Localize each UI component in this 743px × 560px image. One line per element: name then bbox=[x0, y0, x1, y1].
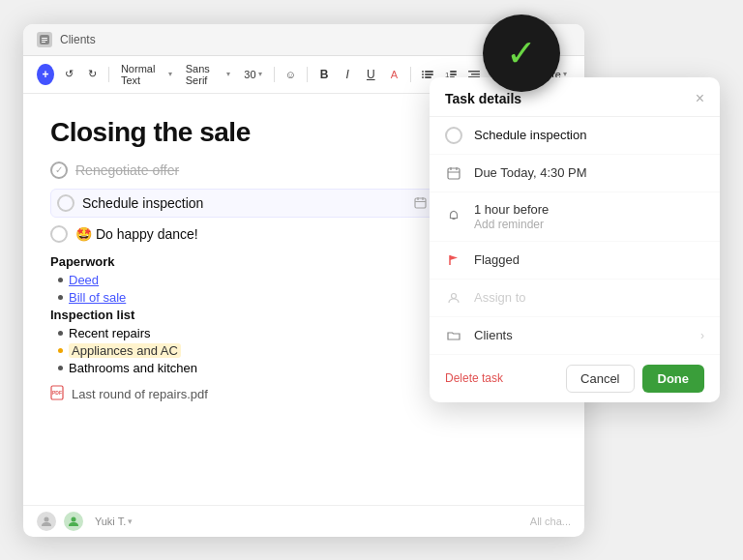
text-style-dropdown[interactable]: Normal Text ▾ bbox=[117, 61, 176, 88]
bullet-icon bbox=[58, 295, 63, 300]
svg-point-33 bbox=[45, 516, 49, 521]
calendar-icon[interactable] bbox=[410, 193, 430, 213]
undo-button[interactable]: ↺ bbox=[60, 64, 77, 85]
panel-flag-row: Flagged bbox=[430, 242, 720, 280]
bullet-icon bbox=[58, 366, 63, 370]
folder-icon bbox=[445, 327, 462, 344]
svg-rect-1 bbox=[42, 38, 47, 39]
toolbar-sep-2 bbox=[274, 67, 275, 82]
svg-marker-42 bbox=[450, 255, 458, 260]
emoji-button[interactable]: ☺ bbox=[282, 64, 299, 85]
toolbar-sep-1 bbox=[108, 67, 109, 82]
toolbar-sep-3 bbox=[307, 67, 308, 82]
avatar-2 bbox=[64, 512, 83, 531]
active-task-text: Schedule inspection bbox=[82, 195, 402, 211]
reminder-main: 1 hour before bbox=[474, 202, 549, 217]
pdf-icon: PDF bbox=[50, 385, 64, 403]
svg-point-34 bbox=[72, 516, 76, 521]
window-title: Clients bbox=[60, 33, 96, 46]
pdf-filename: Last round of repairs.pdf bbox=[72, 387, 208, 401]
calendar-icon bbox=[445, 164, 462, 182]
panel-due-row: Due Today, 4:30 PM bbox=[430, 155, 720, 192]
svg-rect-12 bbox=[450, 74, 457, 75]
reminder-sub[interactable]: Add reminder bbox=[474, 218, 549, 231]
highlight-button[interactable]: A bbox=[385, 64, 402, 85]
delete-task-button[interactable]: Delete task bbox=[445, 371, 503, 385]
svg-point-43 bbox=[452, 293, 457, 298]
panel-assign-row[interactable]: Assign to bbox=[430, 280, 720, 317]
svg-rect-17 bbox=[415, 198, 426, 208]
svg-point-6 bbox=[422, 74, 424, 75]
panel-task-name: Schedule inspection bbox=[474, 128, 586, 142]
all-changes-label: All cha... bbox=[530, 516, 571, 527]
task-checkbox[interactable] bbox=[57, 194, 74, 212]
flag-icon bbox=[445, 251, 462, 269]
svg-rect-5 bbox=[425, 71, 433, 73]
bill-of-sale-link[interactable]: Bill of sale bbox=[69, 290, 126, 305]
panel-task-name-row: Schedule inspection bbox=[430, 117, 720, 155]
svg-point-8 bbox=[422, 76, 424, 78]
bathrooms-text: Bathrooms and kitchen bbox=[69, 361, 197, 375]
chevron-down-icon: ▾ bbox=[128, 516, 133, 526]
underline-button[interactable]: U bbox=[362, 64, 379, 85]
panel-task-checkbox[interactable] bbox=[445, 127, 462, 144]
completed-check-icon: ✓ bbox=[50, 162, 68, 179]
chevron-down-icon: ▾ bbox=[168, 70, 172, 78]
document-bottombar: Yuki T. ▾ All cha... bbox=[23, 505, 584, 537]
chevron-right-icon: › bbox=[700, 329, 704, 342]
app-icon bbox=[37, 32, 52, 47]
bullet-icon bbox=[58, 331, 63, 336]
checkmark-badge: ✓ bbox=[483, 15, 560, 92]
happy-task-checkbox[interactable] bbox=[50, 225, 68, 243]
avatar bbox=[37, 512, 56, 531]
clients-wrap: Clients › bbox=[474, 328, 704, 342]
bell-icon bbox=[445, 208, 462, 225]
svg-rect-15 bbox=[471, 74, 480, 75]
flag-text: Flagged bbox=[474, 252, 520, 267]
svg-point-4 bbox=[422, 71, 424, 73]
task-details-panel: Task details × Schedule inspection Due T… bbox=[430, 77, 720, 402]
font-size-dropdown[interactable]: 30 ▾ bbox=[240, 67, 265, 82]
panel-action-buttons: Cancel Done bbox=[566, 365, 704, 393]
panel-footer: Delete task Cancel Done bbox=[430, 355, 720, 402]
panel-reminder-row: 1 hour before Add reminder bbox=[430, 192, 720, 242]
svg-rect-3 bbox=[42, 42, 45, 43]
reminder-wrap: 1 hour before Add reminder bbox=[474, 202, 549, 231]
highlight-bullet-icon bbox=[58, 348, 63, 353]
svg-rect-9 bbox=[425, 76, 431, 78]
chevron-down-icon: ▾ bbox=[226, 70, 230, 78]
svg-rect-14 bbox=[468, 71, 480, 73]
font-dropdown[interactable]: Sans Serif ▾ bbox=[182, 61, 235, 88]
panel-due-text: Due Today, 4:30 PM bbox=[474, 165, 587, 180]
svg-text:PDF: PDF bbox=[52, 390, 62, 396]
toolbar-sep-4 bbox=[410, 67, 411, 82]
panel-title: Task details bbox=[445, 91, 521, 106]
svg-rect-35 bbox=[448, 168, 460, 179]
completed-task-text: Renegotiate offer bbox=[75, 162, 179, 178]
appliances-text: Appliances and AC bbox=[69, 343, 181, 358]
checkmark-icon: ✓ bbox=[506, 35, 537, 72]
italic-button[interactable]: I bbox=[339, 64, 356, 85]
panel-header: Task details × bbox=[430, 77, 720, 117]
person-icon bbox=[445, 289, 462, 307]
close-icon[interactable]: × bbox=[696, 91, 704, 106]
panel-clients-row[interactable]: Clients › bbox=[430, 317, 720, 355]
svg-rect-7 bbox=[425, 74, 433, 75]
new-item-button[interactable]: + bbox=[37, 64, 54, 85]
yuki-user-button[interactable]: Yuki T. ▾ bbox=[91, 514, 136, 529]
done-button[interactable]: Done bbox=[642, 365, 705, 393]
yuki-label: Yuki T. bbox=[95, 516, 126, 527]
bullet-icon bbox=[58, 278, 63, 282]
svg-rect-11 bbox=[450, 71, 457, 73]
bold-button[interactable]: B bbox=[315, 64, 333, 85]
redo-button[interactable]: ↻ bbox=[83, 64, 101, 85]
chevron-down-icon: ▾ bbox=[258, 70, 262, 78]
assign-placeholder: Assign to bbox=[474, 290, 525, 305]
clients-label: Clients bbox=[474, 328, 513, 342]
svg-rect-2 bbox=[42, 40, 47, 41]
recent-repairs-text: Recent repairs bbox=[69, 326, 151, 340]
deed-link[interactable]: Deed bbox=[69, 273, 99, 287]
cancel-button[interactable]: Cancel bbox=[566, 365, 634, 393]
